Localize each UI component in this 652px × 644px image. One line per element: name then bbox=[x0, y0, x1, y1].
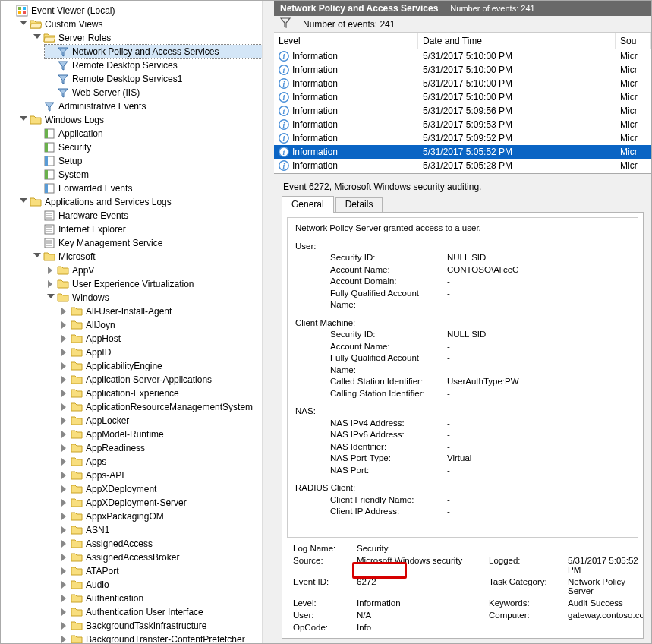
event-list[interactable]: Level Date and Time Sou Information5/31/… bbox=[274, 33, 651, 174]
tree-item[interactable]: AllJoyn bbox=[58, 318, 274, 332]
expander-closed-icon[interactable] bbox=[60, 594, 69, 603]
tree-windows-logs[interactable]: Windows Logs bbox=[17, 113, 274, 127]
expander-closed-icon[interactable] bbox=[60, 334, 69, 343]
expander-closed-icon[interactable] bbox=[60, 402, 69, 412]
tree-item[interactable]: BackgroundTransfer-ContentPrefetcher bbox=[58, 633, 274, 643]
tree-item[interactable]: ApplicabilityEngine bbox=[58, 359, 274, 373]
expander-closed-icon[interactable] bbox=[60, 348, 69, 357]
tree-item[interactable]: AppLocker bbox=[58, 414, 274, 428]
expander-closed-icon[interactable] bbox=[60, 375, 69, 384]
tree-ie[interactable]: Internet Explorer bbox=[31, 223, 274, 236]
tree-item[interactable]: AppID bbox=[58, 346, 274, 359]
event-row[interactable]: Information5/31/2017 5:09:56 PMMicr bbox=[274, 104, 651, 118]
tree-microsoft[interactable]: Microsoft bbox=[31, 250, 274, 264]
tree-item[interactable]: AppXDeployment bbox=[58, 482, 274, 496]
expander-open-icon[interactable] bbox=[19, 20, 28, 29]
event-row[interactable]: Information5/31/2017 5:10:00 PMMicr bbox=[274, 49, 651, 63]
expander-open-icon[interactable] bbox=[33, 252, 42, 261]
tree-item[interactable]: ASN1 bbox=[58, 523, 274, 537]
tree-setup[interactable]: Setup bbox=[31, 154, 274, 168]
tab-general[interactable]: General bbox=[282, 196, 334, 213]
event-row[interactable]: Information5/31/2017 5:09:53 PMMicr bbox=[274, 118, 651, 131]
event-row[interactable]: Information5/31/2017 5:10:00 PMMicr bbox=[274, 90, 651, 104]
expander-closed-icon[interactable] bbox=[60, 416, 69, 425]
tree-webiis[interactable]: Web Server (IIS) bbox=[45, 86, 274, 99]
tree-item[interactable]: ATAPort bbox=[58, 564, 274, 578]
tree-application[interactable]: Application bbox=[31, 127, 274, 140]
expander-open-icon[interactable] bbox=[19, 115, 28, 125]
expander-closed-icon[interactable] bbox=[60, 580, 69, 589]
event-row[interactable]: Information5/31/2017 5:09:52 PMMicr bbox=[274, 131, 651, 145]
col-level[interactable]: Level bbox=[274, 33, 418, 49]
expander-open-icon[interactable] bbox=[46, 293, 55, 302]
tree-item[interactable]: AppxPackagingOM bbox=[58, 510, 274, 523]
tree-npas[interactable]: Network Policy and Access Services bbox=[45, 45, 274, 58]
expander-closed-icon[interactable] bbox=[60, 444, 69, 453]
expander-closed-icon[interactable] bbox=[60, 553, 69, 562]
tree-item[interactable]: AppXDeployment-Server bbox=[58, 496, 274, 510]
tab-details[interactable]: Details bbox=[335, 197, 383, 213]
funnel-icon[interactable] bbox=[280, 17, 291, 30]
expander-closed-icon[interactable] bbox=[46, 279, 55, 289]
expander-closed-icon[interactable] bbox=[60, 608, 69, 617]
tree-security[interactable]: Security bbox=[31, 140, 274, 154]
tree-admin-events[interactable]: Administrative Events bbox=[31, 99, 274, 113]
tree-item[interactable]: All-User-Install-Agent bbox=[58, 305, 274, 318]
tree-windows[interactable]: Windows bbox=[45, 291, 274, 305]
expander-closed-icon[interactable] bbox=[60, 512, 69, 521]
expander-closed-icon[interactable] bbox=[60, 430, 69, 439]
tree-item[interactable]: AssignedAccessBroker bbox=[58, 551, 274, 564]
expander-closed-icon[interactable] bbox=[60, 485, 69, 494]
expander-closed-icon[interactable] bbox=[60, 389, 69, 398]
col-date[interactable]: Date and Time bbox=[418, 33, 616, 49]
expander-closed-icon[interactable] bbox=[46, 266, 55, 275]
tree-rds1[interactable]: Remote Desktop Services1 bbox=[45, 72, 274, 86]
tree-item[interactable]: Authentication bbox=[58, 592, 274, 605]
tree-item[interactable]: AppReadiness bbox=[58, 441, 274, 455]
event-row[interactable]: Information5/31/2017 5:05:52 PMMicr bbox=[274, 145, 651, 159]
tree-system[interactable]: System bbox=[31, 168, 274, 182]
tree-kms[interactable]: Key Management Service bbox=[31, 236, 274, 250]
tree-hw-events[interactable]: Hardware Events bbox=[31, 209, 274, 223]
event-row[interactable]: Information5/31/2017 5:05:28 PMMicr bbox=[274, 159, 651, 172]
tree-uev[interactable]: User Experience Virtualization bbox=[45, 277, 274, 291]
expander-closed-icon[interactable] bbox=[60, 457, 69, 466]
event-row[interactable]: Information5/31/2017 5:10:00 PMMicr bbox=[274, 77, 651, 90]
tree-item[interactable]: BackgroundTaskInfrastructure bbox=[58, 619, 274, 633]
tree-forwarded[interactable]: Forwarded Events bbox=[31, 182, 274, 195]
tree-item[interactable]: ApplicationResourceManagementSystem bbox=[58, 400, 274, 414]
col-source[interactable]: Sou bbox=[616, 33, 651, 49]
event-list-header[interactable]: Level Date and Time Sou bbox=[274, 33, 651, 49]
tree-custom-views[interactable]: Custom Views bbox=[17, 17, 274, 31]
tree-root[interactable]: Event Viewer (Local) bbox=[4, 4, 274, 17]
tree-item[interactable]: Apps-API bbox=[58, 469, 274, 482]
tree-item[interactable]: Application Server-Applications bbox=[58, 373, 274, 387]
tree-appv[interactable]: AppV bbox=[45, 264, 274, 277]
tree-item[interactable]: Authentication User Interface bbox=[58, 605, 274, 619]
navigation-tree[interactable]: Event Viewer (Local) Custom Views bbox=[1, 1, 274, 643]
tree-item[interactable]: Audio bbox=[58, 578, 274, 592]
tree-item[interactable]: AssignedAccess bbox=[58, 537, 274, 551]
tree-item[interactable]: Apps bbox=[58, 455, 274, 469]
expander-closed-icon[interactable] bbox=[60, 539, 69, 548]
expander-closed-icon[interactable] bbox=[60, 526, 69, 535]
scrollbar[interactable] bbox=[262, 1, 274, 643]
expander-closed-icon[interactable] bbox=[60, 567, 69, 576]
description-box[interactable]: Network Policy Server granted access to … bbox=[287, 217, 638, 538]
expander-open-icon[interactable] bbox=[33, 33, 42, 43]
event-row[interactable]: Information5/31/2017 5:10:00 PMMicr bbox=[274, 63, 651, 77]
expander-closed-icon[interactable] bbox=[60, 471, 69, 480]
tree-rds[interactable]: Remote Desktop Services bbox=[45, 58, 274, 72]
expander-closed-icon[interactable] bbox=[60, 320, 69, 330]
tree-item[interactable]: AppHost bbox=[58, 332, 274, 346]
tree-server-roles[interactable]: Server Roles bbox=[31, 31, 274, 45]
tree-apps-svc-logs[interactable]: Applications and Services Logs bbox=[17, 195, 274, 209]
expander-closed-icon[interactable] bbox=[60, 621, 69, 630]
expander-closed-icon[interactable] bbox=[60, 307, 69, 316]
tree-item[interactable]: AppModel-Runtime bbox=[58, 428, 274, 441]
tree-item[interactable]: Application-Experience bbox=[58, 387, 274, 400]
expander-closed-icon[interactable] bbox=[60, 498, 69, 507]
expander-closed-icon[interactable] bbox=[60, 635, 69, 643]
expander-closed-icon[interactable] bbox=[60, 361, 69, 371]
expander-open-icon[interactable] bbox=[19, 197, 28, 207]
